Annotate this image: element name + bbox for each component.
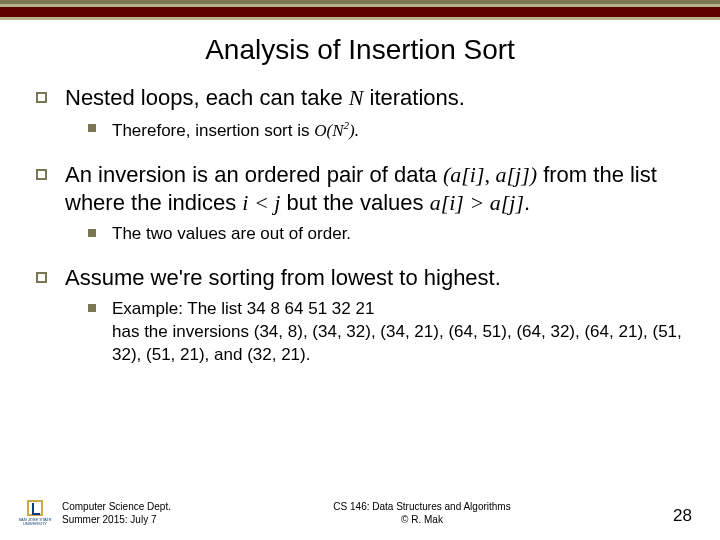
slide-footer: SAN JOSE STATE UNIVERSITY Computer Scien… (0, 492, 720, 526)
square-bullet-icon (36, 272, 47, 283)
b1s-lead: Therefore, insertion sort is (112, 121, 314, 140)
decorative-top-bars (0, 0, 720, 20)
b2-gt: > (464, 190, 490, 215)
b2-pc: ) (530, 162, 537, 187)
b2-bo4: [ (501, 190, 510, 215)
b1-tail: iterations. (363, 85, 465, 110)
filled-square-bullet-icon (88, 124, 96, 132)
bullet-3-sub: Example: The list 34 8 64 51 32 21 has t… (88, 298, 694, 367)
b2-comma: , (484, 162, 495, 187)
bar-3 (0, 7, 720, 17)
logo-mark (27, 500, 43, 516)
bullet-1-sub-text: Therefore, insertion sort is O(N2). (112, 118, 359, 143)
filled-square-bullet-icon (88, 304, 96, 312)
square-bullet-icon (36, 169, 47, 180)
b2-ilt: i < j (242, 190, 280, 215)
bar-4 (0, 17, 720, 20)
bullet-2-sub: The two values are out of order. (88, 223, 694, 246)
footer-left: SAN JOSE STATE UNIVERSITY Computer Scien… (18, 492, 171, 526)
bullet-2-text: An inversion is an ordered pair of data … (65, 161, 694, 217)
bullet-2-sub-text: The two values are out of order. (112, 223, 351, 246)
square-bullet-icon (36, 92, 47, 103)
bullet-2: An inversion is an ordered pair of data … (36, 161, 694, 217)
bullet-3-text: Assume we're sorting from lowest to high… (65, 264, 501, 292)
b1s-O: O (314, 121, 326, 140)
slide-title: Analysis of Insertion Sort (0, 34, 720, 66)
bullet-3-sub-text: Example: The list 34 8 64 51 32 21 has t… (112, 298, 694, 367)
page-number: 28 (673, 506, 692, 526)
sjsu-logo: SAN JOSE STATE UNIVERSITY (18, 492, 52, 526)
bullet-1-text: Nested loops, each can take N iterations… (65, 84, 465, 112)
b2-p2: is an ordered pair of data (186, 162, 443, 187)
footer-center: CS 146: Data Structures and Algorithms ©… (333, 501, 510, 526)
b2-p4: but the values (280, 190, 429, 215)
footer-dept-block: Computer Science Dept. Summer 2015: July… (62, 501, 171, 526)
footer-copy: © R. Mak (333, 514, 510, 527)
bullet-3: Assume we're sorting from lowest to high… (36, 264, 694, 292)
footer-dept: Computer Science Dept. (62, 501, 171, 514)
b2-bc3: ] (455, 190, 464, 215)
b2-p1: An (65, 162, 98, 187)
b2-bc4: ] (515, 190, 524, 215)
b2-bc2: ] (521, 162, 530, 187)
slide-body: Nested loops, each can take N iterations… (0, 84, 720, 367)
b3s-l2: has the inversions (34, 8), (34, 32), (3… (112, 322, 682, 364)
b1-var-N: N (349, 85, 364, 110)
b2-inversion: inversion (98, 162, 186, 187)
bullet-1-sub: Therefore, insertion sort is O(N2). (88, 118, 694, 143)
b2-aigt: a (430, 190, 441, 215)
b2-bo2: [ (506, 162, 515, 187)
b2-bo3: [ (441, 190, 450, 215)
b2-dot: . (524, 190, 530, 215)
filled-square-bullet-icon (88, 229, 96, 237)
bullet-1: Nested loops, each can take N iterations… (36, 84, 694, 112)
b1s-N: N (332, 121, 343, 140)
footer-term: Summer 2015: July 7 (62, 514, 171, 527)
logo-text-2: UNIVERSITY (23, 522, 47, 526)
b1-lead: Nested loops, each can take (65, 85, 349, 110)
footer-course: CS 146: Data Structures and Algorithms (333, 501, 510, 514)
b3s-l1: Example: The list 34 8 64 51 32 21 (112, 299, 374, 318)
b1s-close: ). (349, 121, 359, 140)
b2-aj: a (495, 162, 506, 187)
b2-bo1: [ (461, 162, 470, 187)
b2-aj2: a (490, 190, 501, 215)
b2-ai: a (450, 162, 461, 187)
